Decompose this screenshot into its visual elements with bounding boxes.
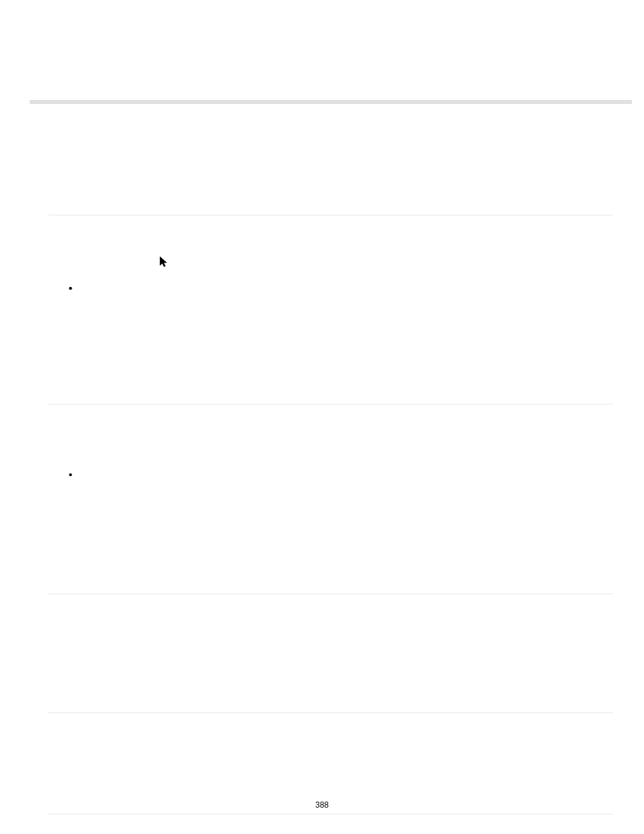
- section-1: [49, 280, 613, 404]
- section-2: [49, 467, 613, 594]
- section-3: [49, 594, 613, 712]
- section-divider-5: [49, 814, 613, 814]
- page-content: [49, 215, 613, 814]
- page-number: 388: [0, 800, 644, 810]
- header-bar: [30, 100, 632, 104]
- section-divider-1: [49, 215, 613, 215]
- section-4: [49, 713, 613, 814]
- section-divider-2: [49, 404, 613, 405]
